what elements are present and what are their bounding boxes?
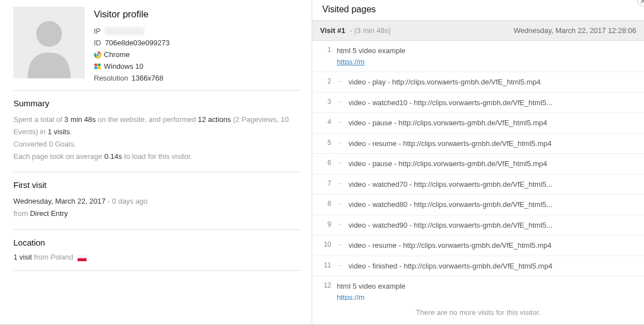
visit-duration: - (3 min 48s) bbox=[350, 26, 390, 35]
event-arrow-icon: → bbox=[331, 179, 349, 187]
visited-pages-title: Visited pages bbox=[312, 0, 644, 20]
visit-row: 5→video - resume - http://clips.vorwaert… bbox=[312, 134, 644, 154]
row-number: 1 bbox=[318, 45, 331, 54]
event-arrow-icon: → bbox=[331, 220, 349, 228]
resolution-value: 1366x768 bbox=[131, 74, 163, 82]
event-arrow-icon: → bbox=[331, 97, 349, 105]
event-arrow-icon: → bbox=[331, 77, 349, 84]
event-text: video - watched80 - http://clips.vorwaer… bbox=[349, 199, 552, 210]
row-number: 3 bbox=[318, 97, 331, 106]
chrome-icon bbox=[94, 51, 102, 59]
os-value: Windows 10 bbox=[104, 62, 144, 70]
event-text: video - pause - http://clips.vorwaerts-g… bbox=[349, 158, 547, 169]
visit-row: 8→video - watched80 - http://clips.vorwa… bbox=[312, 195, 644, 215]
svg-rect-7 bbox=[94, 67, 97, 69]
resolution-label: Resolution bbox=[94, 74, 128, 82]
pageview-content: html 5 video examplehttps://m bbox=[331, 45, 406, 67]
row-number: 6 bbox=[318, 158, 331, 167]
event-text: video - finished - http://clips.vorwaert… bbox=[349, 261, 552, 272]
svg-rect-5 bbox=[94, 63, 97, 65]
visit-row: 1html 5 video examplehttps://m bbox=[312, 41, 644, 72]
visit-header: Visit #1 - (3 min 48s) Wednesday, March … bbox=[312, 20, 644, 41]
svg-rect-10 bbox=[78, 258, 87, 261]
event-text: video - watched10 - http://clips.vorwaer… bbox=[349, 97, 552, 109]
row-number: 12 bbox=[318, 281, 331, 289]
event-arrow-icon: → bbox=[331, 261, 349, 269]
pageview-title: html 5 video example bbox=[337, 46, 406, 55]
svg-rect-6 bbox=[98, 63, 101, 65]
visit-row: 11→video - finished - http://clips.vorwa… bbox=[312, 256, 644, 277]
row-number: 8 bbox=[318, 199, 331, 208]
svg-point-1 bbox=[36, 21, 62, 47]
left-panel: Visitor profile IP ID 706e8de03e099273 C… bbox=[0, 0, 312, 325]
ip-value-blurred bbox=[105, 27, 144, 35]
row-number: 4 bbox=[318, 117, 331, 126]
no-more-visits-text: There are no more visits for this visito… bbox=[312, 300, 644, 324]
poland-flag-icon bbox=[78, 255, 87, 261]
visit-row: 4→video - pause - http://clips.vorwaerts… bbox=[312, 113, 644, 134]
location-text: 1 visit from Poland bbox=[13, 253, 300, 261]
event-text: video - watched70 - http://clips.vorwaer… bbox=[349, 179, 552, 190]
location-section: Location 1 visit from Poland bbox=[13, 229, 300, 270]
event-arrow-icon: → bbox=[331, 240, 349, 248]
firstvisit-title: First visit bbox=[13, 180, 300, 190]
event-arrow-icon: → bbox=[331, 117, 349, 125]
pageview-url-link[interactable]: https://m bbox=[337, 292, 406, 301]
browser-value: Chrome bbox=[104, 50, 130, 59]
visitor-id-value: 706e8de03e099273 bbox=[105, 39, 170, 47]
profile-title: Visitor profile bbox=[94, 9, 170, 20]
pageview-title: html 5 video example bbox=[337, 282, 406, 290]
summary-text: Spent a total of 3 min 48s on the websit… bbox=[13, 114, 300, 163]
event-text: video - pause - http://clips.vorwaerts-g… bbox=[349, 117, 547, 129]
row-number: 11 bbox=[318, 261, 331, 269]
visit-row: 3→video - watched10 - http://clips.vorwa… bbox=[312, 93, 644, 114]
firstvisit-text: Wednesday, March 22, 2017 - 0 days ago f… bbox=[13, 195, 300, 220]
right-panel: ✕ Visited pages Visit #1 - (3 min 48s) W… bbox=[312, 0, 644, 325]
visitor-avatar bbox=[13, 7, 85, 78]
summary-title: Summary bbox=[13, 98, 300, 108]
visit-rows-list[interactable]: 1html 5 video examplehttps://m2→video - … bbox=[312, 41, 644, 300]
svg-point-4 bbox=[97, 53, 99, 55]
firstvisit-section: First visit Wednesday, March 22, 2017 - … bbox=[13, 172, 300, 229]
ip-label: IP bbox=[94, 27, 105, 35]
pageview-url-link[interactable]: https://m bbox=[337, 56, 406, 68]
row-number: 5 bbox=[318, 138, 331, 147]
location-title: Location bbox=[13, 238, 300, 247]
row-number: 7 bbox=[318, 179, 331, 187]
visit-number-label: Visit #1 bbox=[320, 26, 345, 35]
pageview-content: html 5 video examplehttps://m bbox=[331, 281, 406, 300]
visit-row: 9→video - watched90 - http://clips.vorwa… bbox=[312, 215, 644, 236]
id-label: ID bbox=[94, 39, 105, 47]
visit-datetime: Wednesday, March 22, 2017 12:28:06 bbox=[514, 26, 636, 35]
visit-row: 2→video - play - http://clips.vorwaerts-… bbox=[312, 72, 644, 93]
event-arrow-icon: → bbox=[331, 199, 349, 207]
row-number: 2 bbox=[318, 77, 331, 85]
event-text: video - watched90 - http://clips.vorwaer… bbox=[349, 220, 552, 231]
windows-icon bbox=[94, 63, 102, 70]
summary-section: Summary Spent a total of 3 min 48s on th… bbox=[13, 90, 300, 172]
visit-row: 10→video - resume - http://clips.vorwaer… bbox=[312, 235, 644, 256]
event-text: video - play - http://clips.vorwaerts-gm… bbox=[349, 77, 541, 88]
event-text: video - resume - http://clips.vorwaerts-… bbox=[349, 240, 551, 251]
event-text: video - resume - http://clips.vorwaerts-… bbox=[349, 138, 551, 149]
row-number: 10 bbox=[318, 240, 331, 248]
visit-row: 12html 5 video examplehttps://m bbox=[312, 276, 644, 300]
event-arrow-icon: → bbox=[331, 138, 349, 146]
visit-row: 6→video - pause - http://clips.vorwaerts… bbox=[312, 154, 644, 175]
row-number: 9 bbox=[318, 220, 331, 228]
event-arrow-icon: → bbox=[331, 158, 349, 166]
visit-row: 7→video - watched70 - http://clips.vorwa… bbox=[312, 175, 644, 195]
svg-rect-8 bbox=[98, 67, 101, 69]
